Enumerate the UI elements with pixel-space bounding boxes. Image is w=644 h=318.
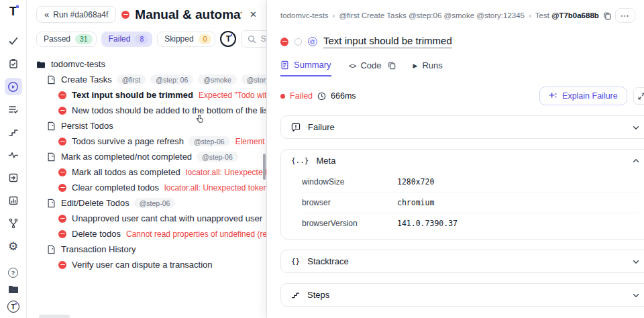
tag: @story: 12345: [241, 74, 266, 85]
sign-in-icon[interactable]: [5, 169, 22, 187]
run-failed-icon: [121, 11, 129, 19]
tree-test-selected[interactable]: Text input should be trimmed Expected "T…: [27, 87, 266, 103]
tree-header: « Run #da068a4f Manual & automated tests…: [27, 6, 266, 23]
tag: @step-06: [134, 198, 176, 208]
failed-test-icon: [58, 230, 66, 238]
status-label: Failed: [290, 91, 313, 101]
error-message: locator.all: Unexpected token "" while p…: [186, 168, 266, 177]
tree-suite[interactable]: Persist Todos: [27, 118, 266, 134]
close-icon[interactable]: ✕: [247, 9, 260, 19]
expand-icon[interactable]: [633, 87, 644, 105]
filter-failed[interactable]: Failed 8: [101, 32, 153, 47]
file-icon: [47, 75, 56, 85]
play-circle-icon[interactable]: [5, 78, 22, 95]
meta-section: {..} Meta windowSize 1280x720 browser ch…: [280, 149, 644, 240]
branch-icon[interactable]: [5, 215, 22, 232]
tab-code[interactable]: <> Code: [349, 60, 396, 76]
brand-filter-button[interactable]: T: [220, 31, 236, 47]
bar-chart-icon[interactable]: [5, 192, 22, 209]
chevron-down-icon[interactable]: [632, 258, 640, 266]
search-input[interactable]: [260, 34, 267, 44]
search-icon: [248, 35, 256, 44]
tab-runs[interactable]: ▶ Runs: [413, 60, 443, 76]
search-box: [241, 30, 267, 48]
tree-test[interactable]: Mark all todos as completed locator.all:…: [27, 164, 266, 180]
back-to-run-button[interactable]: « Run #da068a4f: [36, 6, 116, 23]
automated-icon[interactable]: @: [308, 37, 317, 46]
error-message: Cannot read properties of undefined (rea…: [126, 229, 266, 239]
failed-test-icon: [58, 138, 66, 146]
chevron-down-icon[interactable]: [632, 291, 640, 299]
chevron-down-icon[interactable]: [632, 123, 640, 131]
check-icon[interactable]: [5, 32, 22, 50]
steps-section-header[interactable]: Steps: [281, 284, 644, 306]
meta-braces-icon: {..}: [291, 156, 309, 165]
file-icon: [47, 152, 56, 162]
tree-test[interactable]: Delete todos Cannot read properties of u…: [27, 226, 266, 242]
brand-logo: T: [9, 5, 17, 17]
meta-row: browserVersion 141.0.7390.37: [302, 213, 639, 233]
code-icon: <>: [349, 62, 356, 70]
error-message: Expected "Todo with lots of whitespace a: [199, 91, 266, 100]
filter-passed[interactable]: Passed 31: [36, 32, 97, 47]
tree-suite[interactable]: Edit/Delete Todos @step-06: [27, 195, 266, 211]
gear-icon[interactable]: ⚙: [5, 237, 22, 255]
test-tree-panel: « Run #da068a4f Manual & automated tests…: [27, 0, 267, 318]
clipboard-check-icon[interactable]: [5, 55, 22, 72]
tab-summary[interactable]: Summary: [280, 60, 331, 76]
filter-bar: Passed 31 Failed 8 Skipped 0 T: [27, 23, 266, 48]
steps-icon: [291, 290, 300, 299]
tree-test[interactable]: Verify user can dispute a transaction: [27, 257, 266, 272]
avatar[interactable]: T: [7, 301, 19, 313]
duration-value: 666ms: [331, 91, 356, 101]
file-icon: [47, 121, 56, 131]
tree-suite[interactable]: Create Tasks @first @step: 06 @smoke @st…: [27, 72, 266, 87]
scrollbar-thumb[interactable]: [263, 154, 266, 180]
meta-row: windowSize 1280x720: [302, 172, 639, 193]
passed-count-badge: 31: [75, 34, 93, 44]
activity-icon[interactable]: [5, 146, 22, 164]
status-row: Failed 666ms Explain Failure: [280, 87, 644, 105]
failed-test-icon: [58, 107, 66, 115]
failed-test-icon: [58, 184, 66, 192]
manual-status-icon[interactable]: [294, 38, 302, 46]
failed-count-badge: 8: [135, 34, 148, 44]
tree-test[interactable]: New todos should be added to the bottom …: [27, 103, 266, 118]
breadcrumb: todomvc-tests › @first Create Tasks @ste…: [280, 8, 644, 23]
more-actions-button[interactable]: ⋯: [615, 8, 635, 23]
back-icon: «: [44, 9, 49, 19]
tree-test[interactable]: Unapproved user cant chat with unapprove…: [27, 211, 266, 226]
tag: @first: [117, 74, 146, 85]
breadcrumb-project[interactable]: todomvc-tests: [280, 11, 329, 19]
rail-bottom: ? T: [7, 268, 19, 313]
list-check-icon[interactable]: [5, 101, 22, 118]
sparkle-icon: [549, 92, 557, 101]
copy-icon[interactable]: [603, 11, 611, 20]
test-title[interactable]: Text input should be trimmed: [323, 35, 452, 48]
run-button-label: Run #da068a4f: [53, 10, 108, 19]
failure-section-header[interactable]: Failure: [281, 116, 644, 138]
filter-skipped[interactable]: Skipped 0: [157, 32, 215, 47]
folder-icon[interactable]: [8, 284, 19, 294]
copy-icon[interactable]: [388, 61, 396, 70]
tree-test[interactable]: Clear completed todos locator.all: Unexp…: [27, 180, 266, 195]
stacktrace-braces-icon: {}: [291, 257, 300, 266]
help-icon[interactable]: ?: [8, 268, 18, 278]
tree-folder[interactable]: todomvc-tests: [27, 56, 266, 72]
stacktrace-section-header[interactable]: {} Stacktrace: [281, 250, 644, 272]
tree-test[interactable]: Todos survive a page refresh @step-06 El…: [27, 134, 266, 149]
summary-icon: [280, 60, 289, 70]
file-icon: [47, 199, 56, 208]
breadcrumb-suite[interactable]: @first Create Tasks @step:06 @smoke @sto…: [339, 11, 525, 19]
folder-icon: [36, 60, 46, 68]
tree-suite[interactable]: Mark as completed/not completed @step-06: [27, 149, 266, 164]
tag: @step: 06: [150, 74, 193, 85]
meta-table: windowSize 1280x720 browser chromium bro…: [281, 172, 644, 239]
meta-section-header[interactable]: {..} Meta: [281, 150, 644, 172]
failure-section: Failure: [280, 115, 644, 139]
tree-suite[interactable]: Transaction History: [27, 242, 266, 257]
steps-icon[interactable]: [5, 123, 22, 141]
error-message: locator.all: Unexpected token "" while p…: [164, 183, 266, 193]
explain-failure-button[interactable]: Explain Failure: [539, 87, 627, 105]
chevron-up-icon[interactable]: [632, 157, 640, 165]
